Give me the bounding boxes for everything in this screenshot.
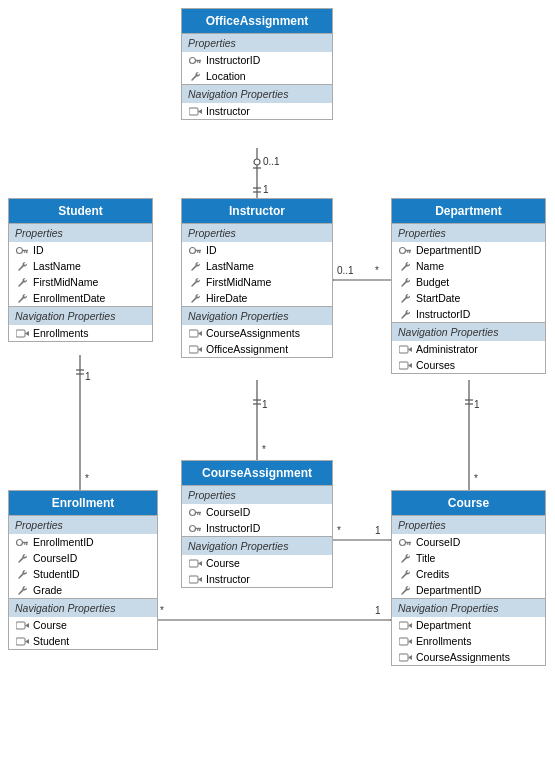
svg-marker-84 bbox=[198, 577, 202, 582]
prop-name: CourseAssignments bbox=[206, 327, 300, 339]
prop-hiredate: HireDate bbox=[182, 290, 332, 306]
prop-name: Enrollments bbox=[33, 327, 88, 339]
prop-id: ID bbox=[182, 242, 332, 258]
nav-icon bbox=[398, 619, 412, 631]
prop-name: LastName bbox=[33, 260, 81, 272]
svg-rect-39 bbox=[199, 61, 200, 63]
prop-name: Name bbox=[392, 258, 545, 274]
svg-marker-82 bbox=[198, 561, 202, 566]
svg-rect-58 bbox=[405, 249, 411, 250]
prop-name: Course bbox=[33, 619, 67, 631]
svg-marker-70 bbox=[25, 623, 29, 628]
svg-marker-54 bbox=[198, 331, 202, 336]
nav-enrollments: Enrollments bbox=[392, 633, 545, 649]
svg-rect-63 bbox=[399, 362, 408, 369]
svg-point-65 bbox=[16, 539, 22, 545]
prop-budget: Budget bbox=[392, 274, 545, 290]
prop-name: Name bbox=[416, 260, 444, 272]
nav-course: Course bbox=[9, 617, 157, 633]
svg-text:0..1: 0..1 bbox=[263, 156, 280, 167]
entity-course: Course Properties CourseID Title Credits… bbox=[391, 490, 546, 666]
svg-rect-93 bbox=[399, 654, 408, 661]
prop-id: ID bbox=[9, 242, 152, 258]
svg-rect-89 bbox=[399, 622, 408, 629]
svg-rect-76 bbox=[197, 513, 198, 515]
svg-rect-74 bbox=[195, 511, 201, 512]
svg-rect-80 bbox=[197, 529, 198, 531]
prop-name: StartDate bbox=[416, 292, 460, 304]
prop-name: Instructor bbox=[206, 105, 250, 117]
nav-icon bbox=[188, 557, 202, 569]
prop-name: EnrollmentID bbox=[33, 536, 94, 548]
prop-enrollmentdate: EnrollmentDate bbox=[9, 290, 152, 306]
nav-department: Department bbox=[392, 617, 545, 633]
entity-department: Department Properties DepartmentID Name … bbox=[391, 198, 546, 374]
prop-firstmidname: FirstMidName bbox=[182, 274, 332, 290]
svg-text:1: 1 bbox=[375, 525, 381, 536]
nav-icon bbox=[15, 619, 29, 631]
svg-rect-75 bbox=[199, 513, 200, 515]
svg-marker-56 bbox=[198, 347, 202, 352]
entity-enrollment-title: Enrollment bbox=[9, 491, 157, 515]
svg-point-85 bbox=[399, 539, 405, 545]
nav-administrator: Administrator bbox=[392, 341, 545, 357]
entity-student-props-header: Properties bbox=[9, 223, 152, 242]
svg-rect-52 bbox=[197, 251, 198, 253]
svg-marker-92 bbox=[408, 639, 412, 644]
prop-firstmidname: FirstMidName bbox=[9, 274, 152, 290]
svg-text:*: * bbox=[375, 265, 379, 276]
svg-text:1: 1 bbox=[262, 399, 268, 410]
prop-name: Location bbox=[206, 70, 246, 82]
prop-instructorid: InstructorID bbox=[182, 52, 332, 68]
svg-marker-64 bbox=[408, 363, 412, 368]
entity-department-title: Department bbox=[392, 199, 545, 223]
prop-name: InstructorID bbox=[206, 54, 260, 66]
entity-officeassignment-props-header: Properties bbox=[182, 33, 332, 52]
diagram-container: 0..1 1 0..1 * 1 * 1 * 1 * * bbox=[0, 0, 555, 771]
svg-rect-86 bbox=[405, 541, 411, 542]
svg-rect-44 bbox=[22, 249, 28, 250]
wrench-icon bbox=[398, 260, 412, 272]
prop-credits: Credits bbox=[392, 566, 545, 582]
entity-instructor: Instructor Properties ID LastName FirstM… bbox=[181, 198, 333, 358]
prop-departmentid: DepartmentID bbox=[392, 582, 545, 598]
svg-text:1: 1 bbox=[474, 399, 480, 410]
svg-text:*: * bbox=[160, 605, 164, 616]
svg-rect-68 bbox=[24, 543, 25, 545]
entity-courseassignment-props-header: Properties bbox=[182, 485, 332, 504]
svg-rect-78 bbox=[195, 527, 201, 528]
entity-officeassignment: OfficeAssignment Properties InstructorID… bbox=[181, 8, 333, 120]
prop-lastname: LastName bbox=[9, 258, 152, 274]
nav-icon bbox=[398, 635, 412, 647]
svg-text:1: 1 bbox=[85, 371, 91, 382]
nav-courseassignments: CourseAssignments bbox=[392, 649, 545, 665]
nav-icon bbox=[188, 573, 202, 585]
prop-courseid: CourseID bbox=[392, 534, 545, 550]
nav-icon bbox=[188, 105, 202, 117]
svg-point-43 bbox=[16, 247, 22, 253]
entity-enrollment-props-header: Properties bbox=[9, 515, 157, 534]
svg-rect-53 bbox=[189, 330, 198, 337]
prop-name: Enrollments bbox=[416, 635, 471, 647]
svg-rect-55 bbox=[189, 346, 198, 353]
prop-name: Course bbox=[206, 557, 240, 569]
prop-name: Budget bbox=[416, 276, 449, 288]
svg-rect-83 bbox=[189, 576, 198, 583]
prop-name: Grade bbox=[33, 584, 62, 596]
wrench-icon bbox=[398, 276, 412, 288]
svg-rect-79 bbox=[199, 529, 200, 531]
svg-marker-94 bbox=[408, 655, 412, 660]
nav-enrollments: Enrollments bbox=[9, 325, 152, 341]
key-icon bbox=[188, 54, 202, 66]
svg-text:1: 1 bbox=[375, 605, 381, 616]
prop-lastname: LastName bbox=[182, 258, 332, 274]
wrench-icon bbox=[398, 292, 412, 304]
entity-officeassignment-title: OfficeAssignment bbox=[182, 9, 332, 33]
prop-name: Administrator bbox=[416, 343, 478, 355]
svg-marker-90 bbox=[408, 623, 412, 628]
wrench-icon bbox=[188, 276, 202, 288]
svg-point-77 bbox=[189, 525, 195, 531]
prop-startdate: StartDate bbox=[392, 290, 545, 306]
entity-course-props-header: Properties bbox=[392, 515, 545, 534]
svg-marker-62 bbox=[408, 347, 412, 352]
